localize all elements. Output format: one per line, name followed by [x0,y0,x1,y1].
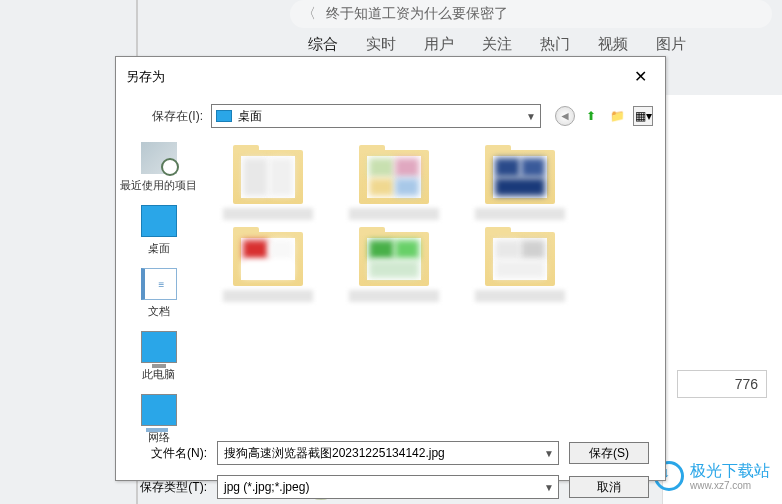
folder-item[interactable] [335,226,453,302]
filetype-label: 保存类型(T): [132,479,207,496]
desktop-icon [141,205,177,237]
bg-number-input[interactable]: 776 [677,370,767,398]
folder-item[interactable] [461,144,579,220]
filetype-combo[interactable]: jpg (*.jpg;*.jpeg) ▼ [217,475,559,499]
chevron-down-icon[interactable]: ▼ [544,482,554,493]
save-as-dialog: 另存为 ✕ 保存在(I): 桌面 ▼ ◄ ⬆ 📁 ▦▾ 最近使用的项目 桌面 [115,56,666,481]
nav-back-icon[interactable]: ◄ [555,106,575,126]
new-folder-icon[interactable]: 📁 [607,106,627,126]
chevron-down-icon: ▼ [526,111,536,122]
close-button[interactable]: ✕ [626,65,655,88]
sidebar-documents[interactable]: 文档 [141,268,177,319]
save-in-combo[interactable]: 桌面 ▼ [211,104,541,128]
chevron-down-icon[interactable]: ▼ [544,448,554,459]
dialog-title: 另存为 [126,68,165,86]
sidebar-desktop[interactable]: 桌面 [141,205,177,256]
save-in-label: 保存在(I): [128,108,203,125]
network-icon [141,394,177,426]
documents-icon [141,268,177,300]
file-list[interactable] [201,134,665,430]
filename-input[interactable]: 搜狗高速浏览器截图20231225134142.jpg ▼ [217,441,559,465]
sidebar-this-pc[interactable]: 此电脑 [141,331,177,382]
cancel-button[interactable]: 取消 [569,476,649,498]
sidebar-network[interactable]: 网络 [141,394,177,445]
folder-item[interactable] [461,226,579,302]
right-panel [662,95,782,504]
folder-item[interactable] [209,144,327,220]
desktop-icon [216,110,232,122]
pc-icon [141,331,177,363]
view-menu-icon[interactable]: ▦▾ [633,106,653,126]
places-sidebar: 最近使用的项目 桌面 文档 此电脑 网络 [116,134,201,430]
site-logo: 极光下载站 www.xz7.com [654,461,770,492]
folder-item[interactable] [335,144,453,220]
sidebar-recent[interactable]: 最近使用的项目 [120,142,197,193]
save-in-value: 桌面 [238,108,262,125]
category-tabs: 综合 实时 用户 关注 热门 视频 图片 [0,0,686,64]
nav-up-icon[interactable]: ⬆ [581,106,601,126]
recent-icon [141,142,177,174]
filename-label: 文件名(N): [132,445,207,462]
folder-item[interactable] [209,226,327,302]
save-button[interactable]: 保存(S) [569,442,649,464]
